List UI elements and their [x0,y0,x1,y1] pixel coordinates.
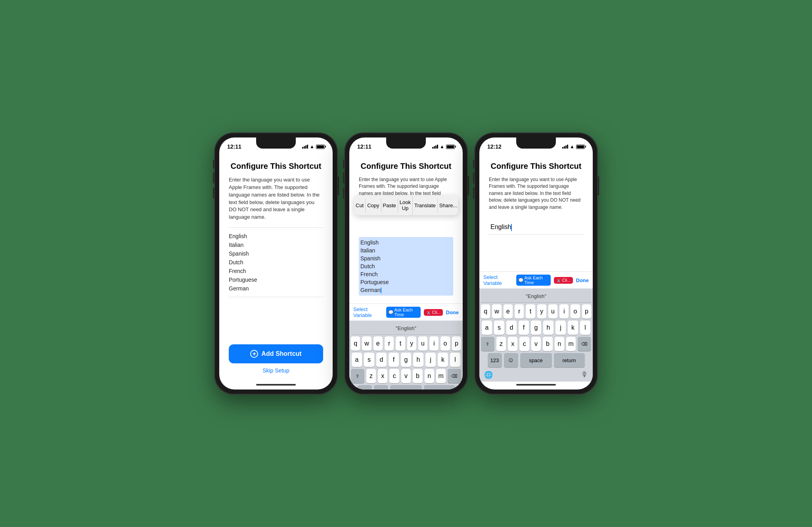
volume-down-button[interactable] [213,187,214,199]
volume-up-button-3[interactable] [473,172,475,183]
key-emoji-3[interactable]: ☺ [504,353,518,367]
key-a-2[interactable]: a [352,353,362,367]
key-x-3[interactable]: x [508,337,517,351]
key-k-3[interactable]: k [568,321,578,335]
key-h-2[interactable]: h [413,353,423,367]
key-g-2[interactable]: g [401,353,411,367]
clip-btn-2[interactable]: ✂️ Cli... [424,309,443,316]
key-p-2[interactable]: p [452,336,461,351]
key-r-3[interactable]: r [515,304,524,319]
key-t-3[interactable]: t [526,304,535,319]
key-i-2[interactable]: i [429,336,439,351]
key-s-3[interactable]: s [494,321,504,335]
key-return-2[interactable]: return [424,385,455,390]
key-c-3[interactable]: c [519,337,529,351]
skip-setup-link[interactable]: Skip Setup [229,367,323,374]
key-shift-3[interactable]: ⇧ [481,337,494,351]
suggestion-text-3[interactable]: "English" [521,292,551,300]
key-i-3[interactable]: i [559,304,569,319]
context-lookup[interactable]: Look Up [398,195,413,215]
suggestion-text-2[interactable]: "English" [391,325,421,332]
battery-icon-2 [446,145,455,149]
key-a-3[interactable]: a [482,321,492,335]
ask-each-time-btn-2[interactable]: 💬 Ask Each Time [386,307,421,318]
key-n-3[interactable]: n [555,337,564,351]
key-j-2[interactable]: j [425,353,436,367]
power-button[interactable] [337,176,339,195]
key-f-2[interactable]: f [389,353,399,367]
key-y-2[interactable]: y [407,336,416,351]
context-share[interactable]: Share... [438,199,458,212]
key-d-2[interactable]: d [376,353,387,367]
key-z-2[interactable]: z [366,369,376,383]
mute-button-2[interactable] [343,160,345,168]
text-input-field-3[interactable]: English [489,220,583,235]
mute-button-3[interactable] [473,160,475,168]
done-btn-3[interactable]: Done [576,277,589,283]
key-q-2[interactable]: q [351,336,360,351]
ask-each-time-btn-3[interactable]: 💬 Ask Each Time [516,275,551,286]
selected-text-area[interactable]: English Italian Spanish Dutch French Por… [359,237,453,296]
context-translate[interactable]: Translate [413,199,438,212]
mute-button[interactable] [213,160,214,168]
volume-up-button-2[interactable] [343,172,345,183]
key-r-2[interactable]: r [385,336,394,351]
key-return-3[interactable]: return [554,353,585,367]
clip-btn-3[interactable]: ✂️ Cli... [554,277,573,284]
context-cut[interactable]: Cut [354,199,366,212]
key-p-3[interactable]: p [582,304,591,319]
key-delete-2[interactable]: ⌫ [448,369,461,383]
key-space-3[interactable]: space [520,353,552,367]
volume-down-button-2[interactable] [343,187,345,199]
key-o-2[interactable]: o [440,336,450,351]
key-g-3[interactable]: g [531,321,541,335]
key-space-2[interactable]: space [390,385,422,390]
key-v-3[interactable]: v [531,337,541,351]
power-button-2[interactable] [467,176,469,195]
key-b-2[interactable]: b [413,369,422,383]
key-emoji-2[interactable]: ☺ [374,385,388,390]
key-x-2[interactable]: x [378,369,387,383]
volume-up-button[interactable] [213,172,214,183]
key-m-2[interactable]: m [436,369,446,383]
key-l-2[interactable]: l [450,353,460,367]
key-f-3[interactable]: f [519,321,529,335]
key-e-3[interactable]: e [504,304,513,319]
done-btn-2[interactable]: Done [446,309,459,315]
key-e-2[interactable]: e [373,336,383,351]
key-k-2[interactable]: k [438,353,448,367]
key-m-3[interactable]: m [566,337,576,351]
key-w-3[interactable]: w [492,304,501,319]
key-123-3[interactable]: 123 [488,353,502,367]
key-q-3[interactable]: q [481,304,490,319]
key-u-3[interactable]: u [548,304,557,319]
key-v-2[interactable]: v [401,369,411,383]
select-variable-btn-3[interactable]: Select Variable [483,274,513,286]
key-shift-2[interactable]: ⇧ [351,369,364,383]
key-j-3[interactable]: j [555,321,566,335]
key-123-2[interactable]: 123 [358,385,372,390]
key-u-2[interactable]: u [418,336,427,351]
key-c-2[interactable]: c [389,369,399,383]
key-b-3[interactable]: b [543,337,552,351]
volume-down-button-3[interactable] [473,187,475,199]
context-paste[interactable]: Paste [381,199,398,212]
key-o-3[interactable]: o [571,304,580,319]
power-button-3[interactable] [598,176,599,195]
globe-icon-3[interactable]: 🌐 [484,370,493,379]
context-copy[interactable]: Copy [366,199,381,212]
key-z-3[interactable]: z [496,337,506,351]
add-shortcut-button[interactable]: + Add Shortcut [229,344,323,363]
key-d-3[interactable]: d [506,321,517,335]
key-s-2[interactable]: s [364,353,374,367]
key-t-2[interactable]: t [396,336,405,351]
keyboard-suggestion-3: "English" [481,290,591,303]
select-variable-btn-2[interactable]: Select Variable [353,306,383,318]
key-h-3[interactable]: h [543,321,553,335]
key-y-3[interactable]: y [537,304,546,319]
key-delete-3[interactable]: ⌫ [578,337,591,351]
key-w-2[interactable]: w [362,336,371,351]
key-n-2[interactable]: n [425,369,434,383]
key-l-3[interactable]: l [580,321,590,335]
mic-icon-3[interactable]: 🎙 [581,370,588,379]
